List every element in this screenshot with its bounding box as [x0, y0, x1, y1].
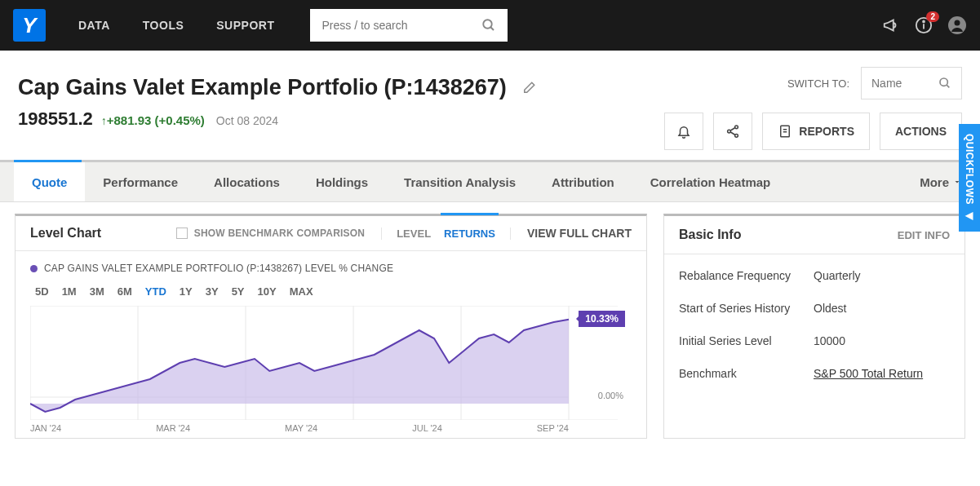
svg-point-4: [923, 21, 925, 23]
actions-label: ACTIONS: [895, 125, 947, 138]
range-3m[interactable]: 3M: [90, 285, 104, 298]
switch-box[interactable]: [861, 67, 962, 99]
tab-allocations[interactable]: Allocations: [196, 162, 298, 201]
svg-line-8: [947, 85, 949, 87]
nav-support[interactable]: SUPPORT: [216, 19, 274, 32]
search-icon[interactable]: [938, 77, 951, 90]
series-dot-icon: [30, 265, 38, 272]
info-row-history: Start of Series History Oldest: [679, 292, 950, 325]
search-input[interactable]: [321, 19, 481, 32]
info-title: Basic Info: [679, 228, 898, 242]
chevron-left-icon: ◀: [964, 210, 975, 222]
tab-correlation[interactable]: Correlation Heatmap: [632, 162, 789, 201]
logo-letter: Y: [22, 13, 36, 38]
switch-label: SWITCH TO:: [787, 77, 849, 90]
chart-plot: 10.33% 0.00%: [30, 306, 632, 420]
tab-holdings[interactable]: Holdings: [298, 162, 386, 201]
up-arrow-icon: ↑: [101, 114, 107, 127]
range-max[interactable]: MAX: [290, 285, 313, 298]
tab-quote[interactable]: Quote: [14, 162, 85, 201]
range-ytd[interactable]: YTD: [145, 285, 166, 298]
svg-point-0: [484, 20, 493, 29]
content-area: Level Chart SHOW BENCHMARK COMPARISON LE…: [0, 202, 980, 439]
bell-button[interactable]: [664, 113, 703, 150]
edit-info-button[interactable]: EDIT INFO: [898, 229, 950, 241]
svg-point-6: [955, 20, 960, 26]
tab-bar: Quote Performance Allocations Holdings T…: [0, 160, 980, 202]
reports-button[interactable]: REPORTS: [762, 113, 870, 150]
svg-line-1: [491, 27, 494, 30]
nav-data[interactable]: DATA: [78, 19, 110, 32]
view-full-chart[interactable]: VIEW FULL CHART: [527, 227, 632, 240]
nav-tools[interactable]: TOOLS: [143, 19, 184, 32]
zero-line-label: 0.00%: [598, 391, 623, 400]
megaphone-icon[interactable]: [882, 16, 900, 34]
portfolio-value: 198551.2: [18, 108, 93, 130]
toggle-level[interactable]: LEVEL: [397, 228, 431, 240]
share-button[interactable]: [713, 113, 752, 150]
actions-button[interactable]: ACTIONS: [880, 113, 962, 150]
range-6m[interactable]: 6M: [118, 285, 132, 298]
range-1y[interactable]: 1Y: [180, 285, 193, 298]
logo[interactable]: Y: [13, 9, 46, 42]
range-3y[interactable]: 3Y: [206, 285, 219, 298]
svg-line-13: [730, 132, 735, 135]
tab-performance[interactable]: Performance: [85, 162, 196, 201]
info-icon[interactable]: 2: [915, 16, 933, 34]
switch-to-row: SWITCH TO:: [787, 67, 962, 99]
range-1m[interactable]: 1M: [62, 285, 77, 298]
reports-label: REPORTS: [799, 125, 854, 138]
notification-badge: 2: [926, 11, 939, 22]
search-icon[interactable]: [481, 18, 496, 33]
quickflows-tab[interactable]: QUICKFLOWS ◀: [959, 124, 980, 232]
edit-title-icon[interactable]: [521, 81, 536, 95]
benchmark-label: SHOW BENCHMARK COMPARISON: [194, 228, 365, 239]
series-label: CAP GAINS VALET EXAMPLE PORTFOLIO (P:143…: [30, 263, 632, 274]
x-axis-labels: JAN '24 MAR '24 MAY '24 JUL '24 SEP '24: [30, 420, 569, 433]
search-box[interactable]: [310, 9, 508, 42]
info-row-initial: Initial Series Level 10000: [679, 325, 950, 357]
switch-input[interactable]: [871, 77, 938, 90]
tab-transition[interactable]: Transition Analysis: [386, 162, 534, 201]
benchmark-checkbox-wrap[interactable]: SHOW BENCHMARK COMPARISON: [176, 228, 365, 239]
page-title: Cap Gains Valet Example Portfolio (P:143…: [18, 75, 507, 100]
range-5y[interactable]: 5Y: [232, 285, 245, 298]
as-of-date: Oct 08 2024: [216, 114, 278, 127]
user-icon[interactable]: [947, 15, 967, 35]
change-value: +881.93 (+0.45%): [107, 113, 205, 127]
page-header: Cap Gains Valet Example Portfolio (P:143…: [0, 51, 980, 160]
info-panel: Basic Info EDIT INFO Rebalance Frequency…: [663, 214, 965, 439]
chart-title: Level Chart: [30, 226, 101, 241]
svg-line-12: [730, 128, 735, 131]
range-10y[interactable]: 10Y: [258, 285, 277, 298]
tab-attribution[interactable]: Attribution: [534, 162, 632, 201]
toggle-returns[interactable]: RETURNS: [444, 228, 495, 240]
chart-panel: Level Chart SHOW BENCHMARK COMPARISON LE…: [15, 214, 647, 439]
info-row-benchmark: Benchmark S&P 500 Total Return: [679, 357, 950, 390]
benchmark-link[interactable]: S&P 500 Total Return: [814, 367, 923, 380]
info-row-rebalance: Rebalance Frequency Quarterly: [679, 259, 950, 292]
range-5d[interactable]: 5D: [35, 285, 49, 298]
chart-value-badge: 10.33%: [579, 311, 625, 327]
range-selector: 5D 1M 3M 6M YTD 1Y 3Y 5Y 10Y MAX: [30, 285, 632, 306]
svg-point-7: [940, 78, 947, 86]
checkbox-icon[interactable]: [176, 228, 188, 239]
top-nav: Y DATA TOOLS SUPPORT 2: [0, 0, 980, 51]
